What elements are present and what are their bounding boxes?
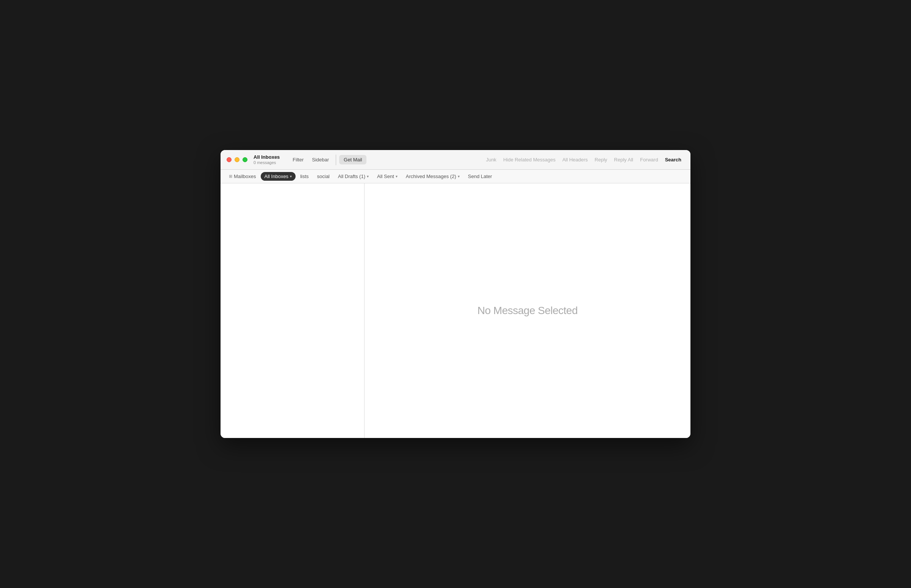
toolbar-right: Junk Hide Related Messages All Headers R…: [483, 155, 684, 164]
tab-all-inboxes-label: All Inboxes: [265, 173, 289, 179]
tab-archived-messages[interactable]: Archived Messages (2) ▾: [402, 172, 464, 181]
title-bar: All Inboxes 0 messages Filter Sidebar Ge…: [221, 150, 690, 170]
tab-all-drafts-label: All Drafts (1): [338, 173, 365, 179]
all-sent-chevron-icon: ▾: [396, 174, 397, 178]
reply-button[interactable]: Reply: [591, 155, 610, 164]
window-title: All Inboxes: [254, 154, 279, 160]
get-mail-button[interactable]: Get Mail: [339, 155, 367, 165]
junk-button[interactable]: Junk: [483, 155, 499, 164]
no-message-label: No Message Selected: [478, 305, 578, 317]
close-button[interactable]: [227, 157, 231, 162]
tab-archived-messages-label: Archived Messages (2): [406, 173, 456, 179]
hide-related-button[interactable]: Hide Related Messages: [500, 155, 559, 164]
sidebar-button[interactable]: Sidebar: [308, 155, 333, 164]
toolbar-left: Filter Sidebar: [289, 155, 333, 164]
reply-all-button[interactable]: Reply All: [611, 155, 636, 164]
tab-send-later[interactable]: Send Later: [464, 172, 496, 181]
message-list-pane: [221, 183, 365, 438]
tab-bar: ⊞ Mailboxes All Inboxes ▾ lists social A…: [221, 170, 690, 183]
toolbar-divider: [336, 155, 336, 165]
tab-all-sent-label: All Sent: [377, 173, 394, 179]
all-inboxes-chevron-icon: ▾: [290, 174, 292, 178]
maximize-button[interactable]: [242, 157, 247, 162]
window-subtitle: 0 messages: [254, 160, 279, 165]
tab-all-sent[interactable]: All Sent ▾: [373, 172, 401, 181]
window-title-section: All Inboxes 0 messages: [254, 154, 279, 165]
tab-all-drafts[interactable]: All Drafts (1) ▾: [334, 172, 373, 181]
message-view-pane: No Message Selected: [365, 183, 690, 438]
minimize-button[interactable]: [234, 157, 239, 162]
all-headers-button[interactable]: All Headers: [559, 155, 591, 164]
tab-lists-label: lists: [300, 173, 309, 179]
tab-mailboxes[interactable]: ⊞ Mailboxes: [225, 172, 260, 181]
tab-social[interactable]: social: [313, 172, 333, 181]
all-drafts-chevron-icon: ▾: [367, 174, 369, 178]
tab-social-label: social: [317, 173, 330, 179]
search-button[interactable]: Search: [662, 155, 684, 164]
archived-messages-chevron-icon: ▾: [458, 174, 460, 178]
traffic-lights: [227, 157, 247, 162]
tab-lists[interactable]: lists: [296, 172, 312, 181]
filter-button[interactable]: Filter: [289, 155, 307, 164]
mailboxes-icon: ⊞: [229, 174, 232, 179]
forward-button[interactable]: Forward: [637, 155, 661, 164]
tab-mailboxes-label: Mailboxes: [234, 173, 256, 179]
tab-all-inboxes[interactable]: All Inboxes ▾: [261, 172, 296, 181]
mail-window: All Inboxes 0 messages Filter Sidebar Ge…: [221, 150, 690, 438]
main-content: No Message Selected: [221, 183, 690, 438]
tab-send-later-label: Send Later: [468, 173, 492, 179]
